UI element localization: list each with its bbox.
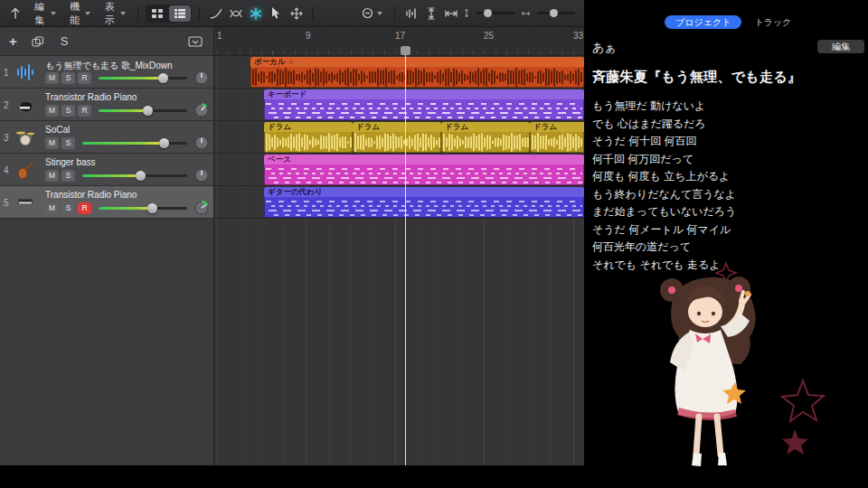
mute-button[interactable]: M — [45, 105, 59, 117]
region-drums[interactable]: ドラム — [530, 122, 584, 153]
volume-knob[interactable] — [147, 203, 157, 213]
edit-menu-button[interactable]: 編集 — [28, 5, 61, 23]
track-header-config-button[interactable] — [188, 36, 203, 47]
drums-waveform — [530, 132, 584, 153]
vertical-zoom-button[interactable] — [423, 5, 440, 23]
minus-circle-icon — [362, 7, 373, 19]
volume-slider[interactable] — [82, 142, 187, 145]
slider-knob[interactable] — [550, 9, 558, 17]
volume-knob[interactable] — [159, 138, 169, 148]
volume-knob[interactable] — [143, 106, 153, 116]
pointer-up-tool-button[interactable] — [5, 5, 25, 23]
volume-fill — [82, 174, 140, 177]
mute-button[interactable]: M — [45, 72, 59, 84]
volume-slider[interactable] — [99, 77, 187, 80]
region-drums[interactable]: ドラム — [264, 122, 353, 153]
tab-track[interactable]: トラック — [743, 15, 802, 29]
lyrics-line: そうだ 何十回 何百回 — [592, 133, 736, 151]
record-enable-button[interactable]: R — [78, 202, 91, 214]
region-bass[interactable]: ベース — [264, 155, 584, 185]
solo-all-button[interactable]: S — [61, 34, 69, 48]
track-row[interactable]: 2 Transistor Radio Piano M S R — [0, 89, 213, 121]
crosshair-tool-button[interactable] — [288, 5, 305, 23]
tracks-view-button[interactable] — [169, 5, 191, 22]
lyrics-line: 何百光年の道だって — [592, 239, 736, 257]
flex-tool-button[interactable] — [248, 5, 265, 23]
region-header: ドラム — [353, 122, 441, 132]
pan-knob[interactable] — [194, 136, 209, 150]
region-keyboard[interactable]: キーボード — [264, 89, 584, 120]
region-guitar[interactable]: ギターの代わり — [264, 187, 584, 218]
track-name: Stinger bass — [45, 157, 210, 167]
mute-button[interactable]: M — [45, 170, 59, 182]
region-drums[interactable]: ドラム — [441, 122, 530, 153]
track-controls: M S R — [45, 71, 209, 84]
song-title: 斉藤朱夏『もう無理、でも走る』 — [592, 69, 801, 86]
horizontal-zoom-slider[interactable] — [537, 12, 575, 14]
vertical-zoom-slider[interactable] — [476, 12, 514, 14]
volume-slider[interactable] — [99, 207, 187, 210]
horizontal-zoom-button[interactable] — [443, 5, 460, 23]
track-row[interactable]: 3 SoCal M S — [0, 121, 213, 154]
lyrics-block: もう無理だ 動けないよ でも 心はまだ躍るだろ そうだ 何十回 何百回 何千回 … — [592, 98, 736, 274]
pan-knob[interactable] — [194, 70, 209, 85]
bar-number: 33 — [573, 31, 583, 41]
playhead[interactable] — [405, 46, 406, 465]
region-drums[interactable]: ドラム — [353, 122, 441, 153]
waveform-zoom-button[interactable] — [402, 5, 420, 23]
track-controls: M S — [45, 169, 209, 182]
track-row[interactable]: 4 Stinger bass M S — [0, 154, 213, 186]
loop-badge-icon: ○ — [289, 57, 294, 66]
grid-view-button[interactable] — [146, 5, 168, 22]
duplicate-track-button[interactable] — [32, 36, 44, 47]
drums-waveform — [353, 132, 441, 153]
crossfade-tool-button[interactable] — [227, 5, 244, 23]
lyrics-line: まだ始まってもいないだろう — [592, 203, 736, 221]
region-label: ドラム — [356, 122, 380, 131]
playhead-handle[interactable] — [401, 46, 410, 55]
pan-knob[interactable] — [194, 201, 209, 215]
record-enable-button[interactable]: R — [78, 72, 91, 84]
arrange-lanes[interactable]: ボーカル○ キーボード ドラム ドラム — [215, 56, 584, 465]
track-number: 3 — [4, 132, 9, 142]
region-header: ドラム — [441, 122, 530, 132]
pan-knob[interactable] — [194, 103, 209, 117]
track-name: Transistor Radio Piano — [45, 92, 210, 102]
solo-button[interactable]: S — [61, 105, 75, 117]
toolbar-separator — [199, 6, 200, 21]
timeline-ruler[interactable]: 1 9 17 25 33 — [215, 27, 584, 56]
add-track-button[interactable]: + — [9, 33, 17, 49]
functions-menu-button[interactable]: 機能 — [63, 5, 96, 23]
crossfade-icon — [230, 8, 242, 19]
pointer-tool-button[interactable] — [268, 5, 285, 23]
volume-slider[interactable] — [82, 174, 187, 177]
region-vocal[interactable]: ボーカル○ — [250, 57, 584, 88]
region-body — [264, 197, 584, 218]
tab-project[interactable]: プロジェクト — [665, 15, 741, 29]
track-row[interactable]: 5 Transistor Radio Piano M S R — [0, 186, 213, 219]
track-lane: ドラム ドラム ドラム ドラム — [215, 121, 584, 154]
track-number: 2 — [4, 99, 9, 109]
volume-knob[interactable] — [136, 171, 146, 181]
view-menu-button[interactable]: 表示 — [98, 5, 130, 23]
record-enable-button[interactable]: R — [78, 105, 91, 117]
solo-button[interactable]: S — [61, 202, 75, 214]
solo-button[interactable]: S — [61, 72, 75, 84]
track-name: Transistor Radio Piano — [45, 190, 210, 200]
pan-knob[interactable] — [194, 168, 209, 183]
mute-button[interactable]: M — [45, 202, 59, 214]
volume-slider[interactable] — [99, 109, 187, 112]
volume-fill — [99, 109, 147, 112]
mute-button[interactable]: M — [45, 137, 59, 149]
slider-knob[interactable] — [484, 9, 492, 17]
fade-tool-button[interactable] — [207, 5, 224, 23]
track-row[interactable]: 1 もう無理でも走る 歌_MixDown M S R — [0, 56, 213, 89]
vocal-waveform — [250, 67, 584, 88]
zoom-out-menu-button[interactable] — [357, 5, 387, 23]
edit-button[interactable]: 編集 — [817, 40, 864, 53]
solo-button[interactable]: S — [61, 137, 75, 149]
volume-knob[interactable] — [158, 73, 168, 83]
volume-fill — [82, 142, 164, 145]
solo-button[interactable]: S — [61, 170, 75, 182]
lyrics-panel: プロジェクト トラック あぁ 編集 斉藤朱夏『もう無理、でも走る』 もう無理だ … — [585, 0, 868, 488]
